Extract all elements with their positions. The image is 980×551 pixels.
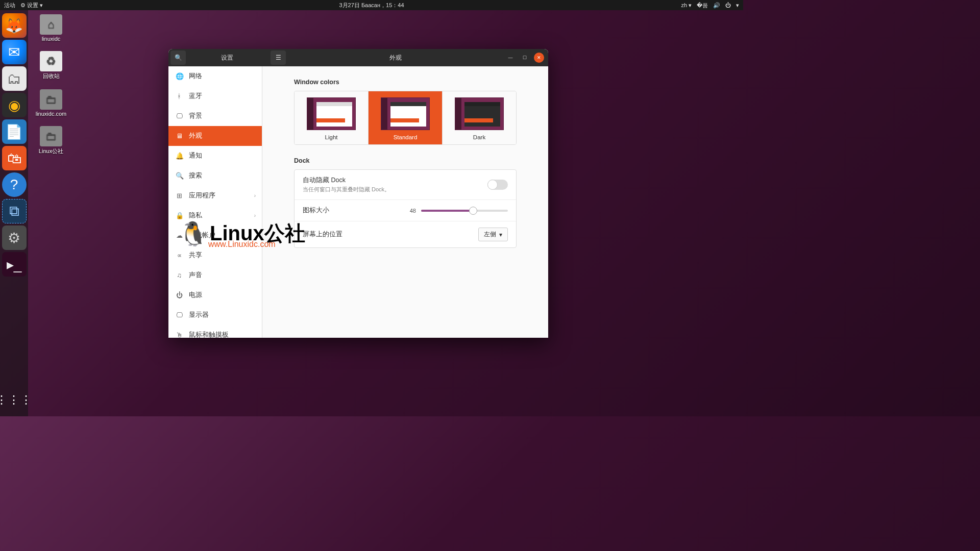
sidebar-label: 外观 xyxy=(189,132,202,140)
autohide-label: 自动隐藏 Dock xyxy=(303,176,390,185)
page-title: 外观 xyxy=(286,54,505,62)
autohide-sublabel: 当任何窗口与其重叠时隐藏 Dock。 xyxy=(303,186,390,193)
dock-terminal[interactable]: ▸_ xyxy=(2,252,27,277)
dock-help[interactable]: ? xyxy=(2,172,27,197)
position-dropdown[interactable]: 左侧 ▾ xyxy=(478,228,508,241)
dock-screenshot[interactable]: ⧉ xyxy=(2,199,27,223)
sidebar-icon: 🖵 xyxy=(176,311,183,319)
sidebar-item-7[interactable]: 🔒隐私› xyxy=(168,206,262,226)
chevron-down-icon: ▾ xyxy=(40,2,43,9)
chevron-right-icon: › xyxy=(254,213,256,218)
sidebar-item-11[interactable]: ⏻电源 xyxy=(168,285,262,305)
sidebar-icon: 🔔 xyxy=(176,152,183,160)
clock[interactable]: 3月27日 Баасан，15：44 xyxy=(339,2,404,9)
theme-standard[interactable]: Standard xyxy=(369,91,443,144)
trash-icon: ♻ xyxy=(40,51,62,71)
maximize-button[interactable]: ☐ xyxy=(520,53,530,63)
sidebar-label: 网络 xyxy=(189,72,202,81)
power-icon[interactable]: ⏻ xyxy=(725,2,731,8)
desktop-icons: ⌂ linuxidc ♻ 回收站 🗀 linuxidc.com 🗀 Linux公… xyxy=(35,14,67,155)
theme-label: Dark xyxy=(448,134,511,140)
sidebar-item-9[interactable]: ∝共享 xyxy=(168,245,262,265)
sidebar-label: 隐私 xyxy=(189,211,202,220)
sidebar-icon: ⏻ xyxy=(176,291,183,299)
input-source[interactable]: zh ▾ xyxy=(681,2,692,9)
sidebar-item-5[interactable]: 🔍搜索 xyxy=(168,166,262,186)
desktop-icon-label: linuxidc.com xyxy=(36,111,67,117)
dock-files[interactable]: 🗂 xyxy=(2,66,27,91)
chevron-down-icon: ▾ xyxy=(689,2,692,9)
desktop-icon-label: linuxidc xyxy=(42,36,61,42)
chevron-down-icon[interactable]: ▾ xyxy=(736,2,739,9)
sidebar-item-0[interactable]: 🌐网络 xyxy=(168,66,262,86)
sidebar-label: 共享 xyxy=(189,251,202,260)
theme-preview xyxy=(381,97,430,130)
close-button[interactable]: ✕ xyxy=(534,53,544,63)
theme-light[interactable]: Light xyxy=(295,91,369,144)
gear-icon: ⚙ xyxy=(20,2,26,9)
titlebar: 🔍 设置 ☰ 外观 — ☐ ✕ xyxy=(168,49,548,66)
dock-software[interactable]: 🛍 xyxy=(2,146,27,170)
desktop-home-folder[interactable]: ⌂ linuxidc xyxy=(35,14,67,42)
app-menu-label: 设置 xyxy=(27,2,38,9)
activities-button[interactable]: 活动 xyxy=(4,2,15,9)
sidebar-icon: ☁ xyxy=(176,232,183,239)
sidebar-item-2[interactable]: 🖵背景 xyxy=(168,106,262,126)
search-button[interactable]: 🔍 xyxy=(170,51,186,65)
sidebar-label: 声音 xyxy=(189,271,202,280)
top-bar: 活动 ⚙ 设置 ▾ 3月27日 Баасан，15：44 zh ▾ �품 🔊 ⏻… xyxy=(0,0,743,10)
chevron-down-icon: ▾ xyxy=(499,231,502,238)
sidebar-label: 电源 xyxy=(189,291,202,299)
dock-thunderbird[interactable]: ✉ xyxy=(2,40,27,64)
network-icon[interactable]: �품 xyxy=(697,2,708,9)
dock-writer[interactable]: 📄 xyxy=(2,119,27,144)
theme-dark[interactable]: Dark xyxy=(443,91,516,144)
settings-window: 🔍 设置 ☰ 外观 — ☐ ✕ 🌐网络ᚼ蓝牙🖵背景🖥外观🔔通知🔍搜索⊞应用程序›… xyxy=(168,49,548,338)
sidebar-item-4[interactable]: 🔔通知 xyxy=(168,146,262,166)
desktop-trash[interactable]: ♻ 回收站 xyxy=(35,51,67,80)
position-label: 屏幕上的位置 xyxy=(303,230,342,239)
dock-firefox[interactable]: 🦊 xyxy=(2,13,27,38)
sidebar-label: 在线帐户 xyxy=(189,231,215,240)
app-menu[interactable]: ⚙ 设置 ▾ xyxy=(20,2,43,9)
sidebar-label: 通知 xyxy=(189,152,202,160)
icon-size-row: 图标大小 48 xyxy=(295,200,516,221)
desktop-icon-label: Linux公社 xyxy=(39,147,63,155)
dock-rhythmbox[interactable]: ◉ xyxy=(2,93,27,117)
sidebar-item-6[interactable]: ⊞应用程序› xyxy=(168,186,262,206)
theme-label: Standard xyxy=(374,134,437,140)
hamburger-button[interactable]: ☰ xyxy=(271,51,286,65)
sidebar-icon: 🔍 xyxy=(176,172,183,180)
sidebar-item-3[interactable]: 🖥外观 xyxy=(168,126,262,146)
sidebar-icon: 🖵 xyxy=(176,112,183,120)
sidebar-item-8[interactable]: ☁在线帐户 xyxy=(168,226,262,245)
desktop-folder[interactable]: 🗀 Linux公社 xyxy=(35,126,67,155)
dock-show-apps[interactable]: ⋮⋮⋮ xyxy=(2,388,27,412)
sidebar-item-12[interactable]: 🖵显示器 xyxy=(168,305,262,325)
sidebar-icon: ♫ xyxy=(176,271,183,279)
sidebar-item-10[interactable]: ♫声音 xyxy=(168,265,262,285)
autohide-toggle[interactable] xyxy=(487,180,508,190)
icon-size-slider[interactable] xyxy=(421,210,508,212)
dock: 🦊 ✉ 🗂 ◉ 📄 🛍 ? ⧉ ⚙ ▸_ ⋮⋮⋮ xyxy=(0,10,28,416)
dock-panel: 自动隐藏 Dock 当任何窗口与其重叠时隐藏 Dock。 图标大小 48 屏幕上… xyxy=(294,169,517,248)
settings-sidebar: 🌐网络ᚼ蓝牙🖵背景🖥外观🔔通知🔍搜索⊞应用程序›🔒隐私›☁在线帐户∝共享♫声音⏻… xyxy=(168,66,262,338)
home-icon: ⌂ xyxy=(40,14,62,35)
dock-settings[interactable]: ⚙ xyxy=(2,226,27,250)
theme-label: Light xyxy=(300,134,363,140)
minimize-button[interactable]: — xyxy=(505,53,516,63)
sidebar-item-1[interactable]: ᚼ蓝牙 xyxy=(168,86,262,106)
sidebar-icon: 🖱 xyxy=(176,331,183,338)
folder-icon: 🗀 xyxy=(40,126,62,146)
desktop-folder[interactable]: 🗀 linuxidc.com xyxy=(35,89,67,117)
autohide-row: 自动隐藏 Dock 当任何窗口与其重叠时隐藏 Dock。 xyxy=(295,170,516,200)
sidebar-icon: ⊞ xyxy=(176,192,183,199)
sidebar-label: 蓝牙 xyxy=(189,92,202,101)
sidebar-icon: ∝ xyxy=(176,252,183,259)
settings-content: Window colors Light Standard Dark Dock xyxy=(262,66,548,338)
sidebar-label: 搜索 xyxy=(189,171,202,180)
volume-icon[interactable]: 🔊 xyxy=(713,2,720,9)
position-value: 左侧 xyxy=(484,230,496,239)
sidebar-item-13[interactable]: 🖱鼠标和触摸板 xyxy=(168,325,262,338)
theme-preview xyxy=(307,97,356,130)
